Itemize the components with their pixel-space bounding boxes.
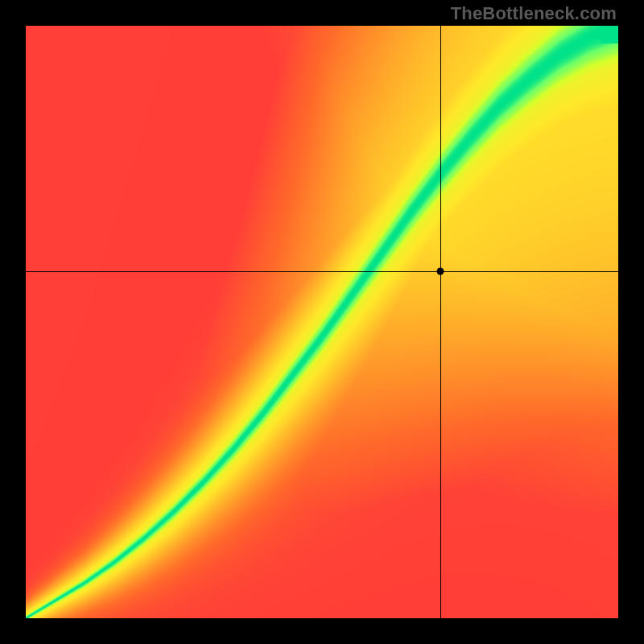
plot-area [26,26,618,618]
heatmap-canvas [26,26,618,618]
crosshair-vertical [440,26,441,618]
marker-dot [437,268,444,275]
watermark-text: TheBottleneck.com [451,3,617,24]
crosshair-horizontal [26,271,618,272]
chart-frame: TheBottleneck.com [0,0,644,644]
